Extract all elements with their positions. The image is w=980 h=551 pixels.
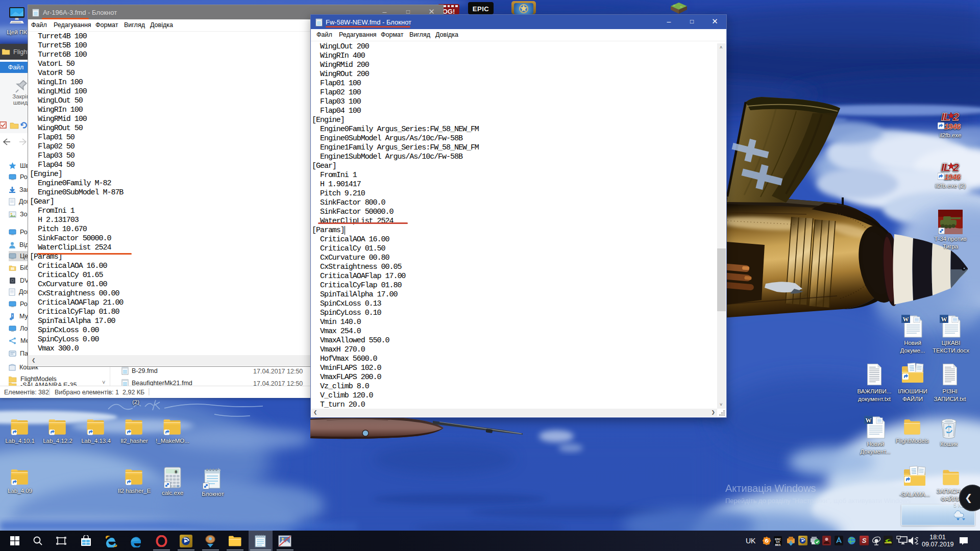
- svg-text:0: 0: [175, 470, 177, 474]
